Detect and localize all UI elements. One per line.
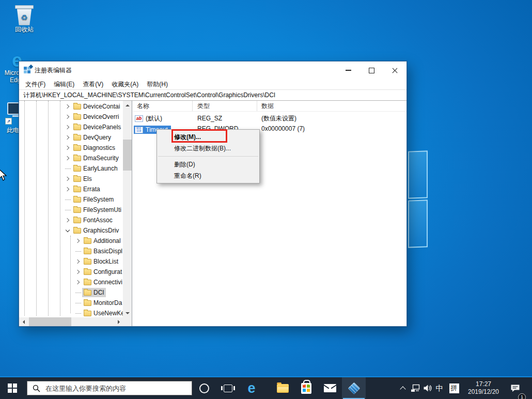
tree-item-DCI[interactable]: DCI [19, 287, 123, 298]
tree-horizontal-scrollbar[interactable] [19, 317, 123, 326]
taskbar-mail-button[interactable] [318, 377, 342, 399]
tree-item-FileSystem[interactable]: FileSystem [19, 194, 123, 205]
tree-item-DmaSecurity[interactable]: DmaSecurity [19, 153, 123, 163]
tray-network[interactable] [409, 377, 421, 399]
tree-item-Diagnostics[interactable]: Diagnostics [19, 143, 123, 153]
menu-item-4[interactable]: 帮助(H) [143, 79, 172, 90]
menu-item-3[interactable]: 收藏夹(A) [107, 79, 143, 90]
tree-item-body: BlockList [82, 257, 120, 266]
menu-item-2[interactable]: 查看(V) [79, 79, 107, 90]
tree-item-BasicDispl[interactable]: BasicDispl [19, 246, 123, 256]
tray-show-hidden-icons[interactable] [398, 377, 408, 399]
search-input[interactable] [44, 384, 176, 393]
folder-icon [73, 135, 81, 141]
chevron-collapsed-icon[interactable] [64, 216, 72, 224]
scroll-up-icon[interactable] [123, 101, 132, 110]
tree-item-MonitorDa[interactable]: MonitorDa [19, 298, 123, 308]
tray-action-center[interactable]: 1 [506, 377, 524, 399]
tree-item-Els[interactable]: Els [19, 174, 123, 184]
tree-view: DeviceContaiDeviceOverriDevicePanelsDevQ… [19, 101, 123, 318]
address-bar[interactable]: 计算机\HKEY_LOCAL_MACHINE\SYSTEM\CurrentCon… [19, 89, 406, 101]
chevron-collapsed-icon[interactable] [74, 268, 82, 276]
chevron-expanded-icon[interactable] [64, 226, 72, 235]
tree-item-label: DevQuery [83, 134, 111, 141]
tree-item-FileSystemUti[interactable]: FileSystemUti [19, 205, 123, 215]
maximize-button[interactable] [360, 62, 383, 79]
tree-item-DeviceOverri[interactable]: DeviceOverri [19, 112, 123, 122]
tree-item-BlockList[interactable]: BlockList [19, 256, 123, 267]
tree-item-body: DevQuery [72, 133, 113, 142]
tree-item-body: DeviceOverri [72, 112, 120, 121]
folder-icon [73, 125, 81, 130]
menu-item-1[interactable]: 编辑(E) [50, 79, 79, 90]
chevron-collapsed-icon[interactable] [64, 102, 72, 111]
scroll-down-icon[interactable] [123, 309, 132, 317]
tree-vscroll-thumb[interactable] [123, 140, 132, 171]
chevron-collapsed-icon[interactable] [64, 113, 72, 121]
chevron-collapsed-icon[interactable] [74, 278, 82, 286]
taskbar-cortana-button[interactable] [192, 377, 216, 399]
taskbar-task-view-button[interactable] [216, 377, 240, 399]
tree-item-DevicePanels[interactable]: DevicePanels [19, 122, 123, 132]
taskbar-regedit-button[interactable] [342, 377, 366, 399]
tree-item-label: Els [83, 175, 92, 182]
tree-vertical-scrollbar[interactable] [123, 101, 132, 317]
tree-item-label: DCI [93, 289, 104, 296]
chevron-collapsed-icon[interactable] [64, 123, 72, 131]
chevron-collapsed-icon[interactable] [64, 133, 72, 142]
column-header-data[interactable]: 数据 [257, 101, 406, 111]
registry-editor-icon [348, 382, 360, 394]
start-button[interactable] [0, 377, 25, 399]
tree-item-DevQuery[interactable]: DevQuery [19, 132, 123, 143]
tree-item-label: FileSystemUti [83, 206, 121, 213]
tree-item-FontAssoc[interactable]: FontAssoc [19, 215, 123, 225]
tree-item-UseNewKe[interactable]: UseNewKe [19, 308, 123, 318]
chevron-collapsed-icon[interactable] [64, 185, 72, 193]
close-button[interactable] [383, 62, 406, 79]
tree-hscroll-thumb[interactable] [29, 317, 71, 326]
tree-item-label: DevicePanels [83, 124, 121, 131]
taskbar-edge-button[interactable]: e [240, 377, 263, 399]
minimize-button[interactable] [337, 62, 360, 79]
taskbar-search[interactable] [27, 381, 192, 395]
column-header-name[interactable]: 名称 [133, 101, 193, 111]
scroll-left-icon[interactable] [19, 317, 28, 326]
taskbar-store-button[interactable] [294, 377, 318, 399]
value-row-0[interactable]: (默认)REG_SZ(数值未设置) [133, 113, 406, 124]
tray-ime-mode[interactable]: 拼 [447, 377, 461, 399]
scroll-right-icon[interactable] [114, 317, 123, 326]
tray-clock[interactable]: 17:27 2019/12/20 [463, 377, 504, 399]
tray-time: 17:27 [468, 380, 499, 388]
tree-item-EarlyLaunch[interactable]: EarlyLaunch [19, 163, 123, 174]
tree-item-DeviceContai[interactable]: DeviceContai [19, 101, 123, 112]
tray-ime-language[interactable]: 中 [434, 377, 445, 399]
taskbar-file-explorer-button[interactable] [271, 377, 294, 399]
chevron-collapsed-icon[interactable] [74, 257, 82, 266]
column-header-type[interactable]: 类型 [193, 101, 257, 111]
tree-item-Additional[interactable]: Additional [19, 236, 123, 246]
context-menu-item-1[interactable]: 修改二进制数据(B)... [157, 143, 259, 154]
chevron-collapsed-icon[interactable] [64, 175, 72, 183]
chevron-collapsed-icon[interactable] [74, 237, 82, 245]
chevron-collapsed-icon[interactable] [64, 154, 72, 162]
tree-item-GraphicsDriv[interactable]: GraphicsDriv [19, 225, 123, 236]
context-menu-item-4[interactable]: 重命名(R) [157, 170, 259, 181]
context-menu-item-0[interactable]: 修改(M)... [157, 131, 259, 143]
context-menu-item-3[interactable]: 删除(D) [157, 159, 259, 170]
value-name-cell: (默认) [133, 114, 193, 124]
tree-item-Errata[interactable]: Errata [19, 184, 123, 194]
value-type: REG_SZ [193, 115, 257, 122]
chevron-collapsed-icon[interactable] [64, 144, 72, 152]
folder-icon [73, 145, 81, 151]
edge-icon: e [247, 381, 255, 395]
desktop-icon-recycle-bin[interactable]: ♻ 回收站 [8, 5, 40, 34]
folder-icon [73, 187, 81, 192]
windows-logo-icon [8, 383, 17, 393]
tree-item-Connectivi[interactable]: Connectivi [19, 277, 123, 287]
folder-icon [73, 114, 81, 120]
folder-icon [84, 300, 91, 306]
tree-item-Configurat[interactable]: Configurat [19, 267, 123, 277]
menu-item-0[interactable]: 文件(F) [21, 79, 50, 90]
tray-volume[interactable] [421, 377, 434, 399]
wallpaper-windows-logo-pane-bottom [408, 199, 428, 248]
